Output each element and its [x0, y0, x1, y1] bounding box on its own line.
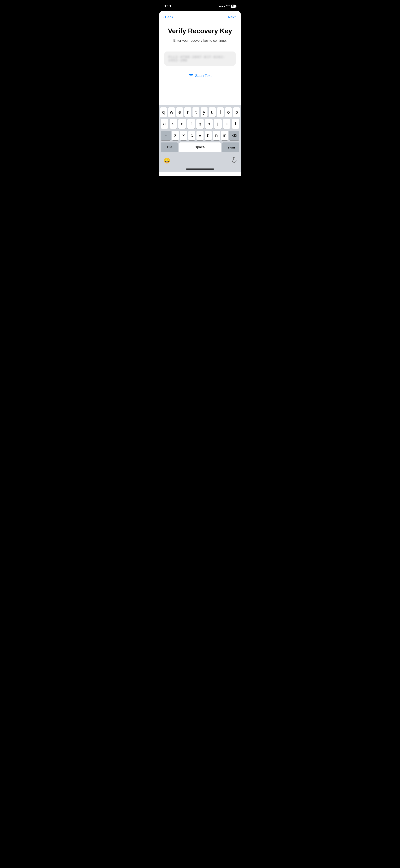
key-w[interactable]: w: [168, 107, 175, 117]
svg-rect-5: [233, 157, 235, 160]
key-x[interactable]: x: [180, 131, 187, 141]
key-i[interactable]: i: [217, 107, 224, 117]
keyboard-row-2: a s d f g h j k l: [161, 119, 239, 129]
key-y[interactable]: y: [201, 107, 207, 117]
numbers-key[interactable]: 123: [161, 143, 178, 152]
svg-rect-0: [189, 74, 193, 77]
key-h[interactable]: h: [205, 119, 213, 129]
key-k[interactable]: k: [223, 119, 231, 129]
shift-key[interactable]: [161, 131, 171, 141]
next-button[interactable]: Next: [228, 14, 236, 20]
key-f[interactable]: f: [187, 119, 195, 129]
page-subtitle: Enter your recovery key to continue.: [164, 38, 236, 43]
home-bar: [186, 168, 214, 169]
microphone-icon[interactable]: [232, 157, 236, 164]
status-icons: 72: [219, 5, 236, 8]
keyboard: q w e r t y u i o p a s d f g h j k: [159, 105, 241, 155]
scan-text-icon: [189, 73, 194, 78]
key-d[interactable]: d: [178, 119, 186, 129]
key-z[interactable]: z: [172, 131, 179, 141]
key-t[interactable]: t: [193, 107, 199, 117]
nav-bar: ‹ Back Next: [159, 11, 241, 23]
phone-wrapper: 1:51 72 ‹: [159, 0, 241, 176]
key-l[interactable]: l: [232, 119, 239, 129]
next-label: Next: [228, 15, 236, 19]
recovery-key-input-container[interactable]: FLL2-4T08-2097-8J7-6262-2452-2MD: [164, 52, 236, 66]
key-m[interactable]: m: [221, 131, 228, 141]
status-time: 1:51: [164, 4, 171, 8]
battery-level: 72: [231, 5, 236, 8]
keyboard-row-3: z x c v b n m: [161, 131, 239, 141]
key-a[interactable]: a: [161, 119, 168, 129]
chevron-left-icon: ‹: [163, 15, 164, 19]
backspace-key[interactable]: [229, 131, 239, 141]
recovery-key-field[interactable]: FLL2-4T08-2097-8J7-6262-2452-2MD: [169, 55, 231, 62]
key-p[interactable]: p: [233, 107, 240, 117]
content-area: ‹ Back Next Verify Recovery Key Enter yo…: [159, 11, 241, 176]
space-key[interactable]: space: [179, 143, 221, 152]
battery-icon: 72: [231, 5, 236, 8]
keyboard-toolbar: 😀: [159, 155, 241, 167]
page-title: Verify Recovery Key: [164, 27, 236, 35]
home-indicator: [159, 167, 241, 172]
status-bar: 1:51 72: [159, 0, 241, 11]
key-o[interactable]: o: [225, 107, 232, 117]
signal-dots-icon: [219, 6, 225, 7]
key-j[interactable]: j: [214, 119, 222, 129]
return-key[interactable]: return: [222, 143, 239, 152]
key-r[interactable]: r: [185, 107, 191, 117]
keyboard-row-4: 123 space return: [161, 143, 239, 152]
key-n[interactable]: n: [213, 131, 220, 141]
page-content: Verify Recovery Key Enter your recovery …: [159, 23, 241, 80]
key-u[interactable]: u: [209, 107, 215, 117]
back-label: Back: [165, 15, 173, 20]
scan-text-label: Scan Text: [195, 73, 212, 78]
key-e[interactable]: e: [176, 107, 183, 117]
keyboard-row-1: q w e r t y u i o p: [161, 107, 239, 117]
emoji-icon[interactable]: 😀: [164, 157, 170, 164]
scan-text-button[interactable]: Scan Text: [189, 71, 212, 80]
key-s[interactable]: s: [170, 119, 177, 129]
key-g[interactable]: g: [196, 119, 204, 129]
key-b[interactable]: b: [205, 131, 212, 141]
key-v[interactable]: v: [196, 131, 203, 141]
key-c[interactable]: c: [188, 131, 195, 141]
key-q[interactable]: q: [160, 107, 167, 117]
back-button[interactable]: ‹ Back: [163, 14, 173, 20]
wifi-icon: [226, 5, 230, 8]
